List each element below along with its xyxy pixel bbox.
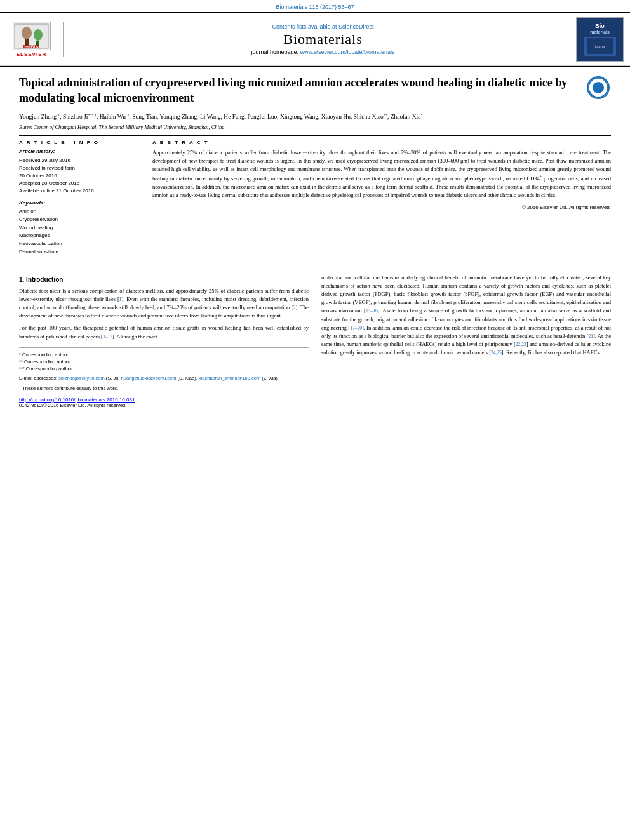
email-shizhaoji[interactable]: shizhaoji@aliyun.com: [58, 375, 105, 381]
sciencedirect-link: Contents lists available at ScienceDirec…: [70, 23, 576, 30]
paper-content: Topical administration of cryopreserved …: [0, 67, 630, 274]
sciencedirect-anchor[interactable]: ScienceDirect: [338, 23, 374, 30]
body-right-col: molecular and cellular mechanisms underl…: [321, 274, 611, 408]
footnote-email: E-mail addresses: shizhaoji@aliyun.com (…: [19, 375, 309, 382]
intro-paragraph-2: For the past 100 years, the therapeutic …: [19, 324, 309, 340]
accepted-date: Accepted 20 October 2016: [19, 180, 140, 187]
svg-text:journal: journal: [594, 44, 605, 48]
svg-text:ELSEVIER: ELSEVIER: [23, 44, 39, 48]
svg-point-8: [589, 78, 608, 97]
elsevier-text-label: ELSEVIER: [17, 51, 47, 57]
journal-homepage-link[interactable]: www.elsevier.com/locate/biomaterials: [300, 49, 395, 55]
biomaterials-logo-title: Bio materials journal: [584, 23, 616, 55]
keyword-cryopreservation: Cryopreservation: [19, 216, 140, 224]
keyword-neovascularization: Neovascularization: [19, 240, 140, 248]
content-divider-2: [19, 262, 611, 262]
crossmark-icon: [587, 76, 610, 99]
abstract-column: A B S T R A C T Approximately 25% of dia…: [152, 140, 611, 257]
authors-text: Yongjun Zheng 1, Shizhao Ji***,1, Haibin…: [19, 114, 422, 120]
journal-homepage-line: journal homepage: www.elsevier.com/locat…: [70, 49, 576, 55]
footnote-equal-contrib: 1 These authors contribute equally to th…: [19, 383, 309, 392]
intro-paragraph-1: Diabetic foot ulcer is a serious complic…: [19, 287, 309, 321]
issn-line: 0142-9612/© 2016 Elsevier Ltd. All right…: [19, 403, 309, 408]
received-revised-date: 20 October 2016: [19, 172, 140, 180]
received-revised-label: Received in revised form: [19, 164, 140, 172]
footnote-area: * Corresponding author. ** Corresponding…: [19, 347, 309, 392]
keyword-wound-healing: Wound healing: [19, 224, 140, 232]
article-history-label: Article history:: [19, 149, 140, 154]
copyright-line: © 2016 Elsevier Ltd. All rights reserved…: [152, 204, 611, 210]
body-content: 1. Introduction Diabetic foot ulcer is a…: [0, 274, 630, 415]
svg-point-3: [34, 29, 43, 41]
svg-point-1: [22, 27, 32, 39]
journal-header: ELSEVIER ELSEVIER Contents lists availab…: [0, 12, 630, 66]
available-date: Available online 21 October 2016: [19, 187, 140, 195]
intro-right-paragraph-1: molecular and cellular mechanisms underl…: [321, 274, 611, 357]
footnote-corresponding-2: ** Corresponding author.: [19, 358, 309, 365]
journal-ref-top: Biomaterials 113 (2017) 56–67: [0, 0, 630, 12]
svg-point-9: [593, 83, 603, 93]
email-huangzhuoxia[interactable]: huangzhuoxia@sohu.com: [121, 375, 177, 381]
footnote-corresponding-1: * Corresponding author.: [19, 351, 309, 358]
crossmark-badge: [586, 75, 611, 100]
authors-line: Yongjun Zheng 1, Shizhao Ji***,1, Haibin…: [19, 112, 611, 121]
svg-line-10: [596, 85, 601, 91]
article-info-column: A R T I C L E I N F O Article history: R…: [19, 140, 140, 257]
article-info-heading: A R T I C L E I N F O: [19, 140, 140, 145]
received-date: Received 29 July 2016: [19, 157, 140, 164]
keyword-macrophages: Macrophages: [19, 232, 140, 240]
biomaterials-logo-box: Bio materials journal: [576, 17, 624, 62]
footnote-corresponding-3: *** Corresponding author.: [19, 365, 309, 372]
content-divider-1: [19, 135, 611, 136]
body-left-col: 1. Introduction Diabetic foot ulcer is a…: [19, 274, 309, 408]
body-two-col: 1. Introduction Diabetic foot ulcer is a…: [19, 274, 611, 408]
elsevier-logo-area: ELSEVIER ELSEVIER: [6, 22, 64, 57]
affiliation-line: Burns Center of Changhai Hospital, The S…: [19, 124, 611, 130]
intro-heading: 1. Introduction: [19, 276, 309, 283]
svg-line-11: [596, 85, 601, 91]
journal-title-area: Contents lists available at ScienceDirec…: [70, 23, 576, 55]
journal-main-title: Biomaterials: [70, 31, 576, 48]
doi-link[interactable]: http://dx.doi.org/10.1016/j.biomaterials…: [19, 397, 135, 403]
paper-title-text: Topical administration of cryopreserved …: [19, 76, 567, 104]
article-info-abstract-section: A R T I C L E I N F O Article history: R…: [19, 140, 611, 257]
abstract-text: Approximately 25% of diabetic patients s…: [152, 149, 611, 199]
keyword-amnion: Amnion: [19, 208, 140, 216]
doi-line: http://dx.doi.org/10.1016/j.biomaterials…: [19, 397, 309, 403]
keyword-dermal-substitute: Dermal substitute: [19, 248, 140, 257]
elsevier-logo-image: ELSEVIER: [13, 22, 51, 50]
keywords-label: Keywords:: [19, 200, 140, 206]
email-xiazhaofan[interactable]: xiazhaofan_smmu@163.com: [199, 375, 260, 381]
journal-citation: Biomaterials 113 (2017) 56–67: [276, 4, 354, 10]
paper-title: Topical administration of cryopreserved …: [19, 75, 611, 106]
abstract-heading: A B S T R A C T: [152, 140, 611, 145]
